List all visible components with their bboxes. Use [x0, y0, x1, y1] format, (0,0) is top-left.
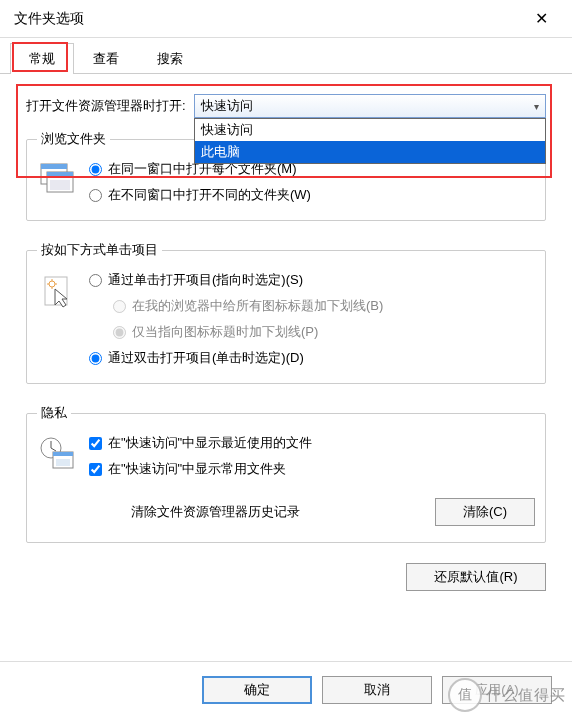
- open-explorer-row: 打开文件资源管理器时打开: 快速访问 ▾ 快速访问 此电脑: [26, 94, 546, 118]
- tab-general[interactable]: 常规: [10, 43, 74, 74]
- checkbox-frequent-folders[interactable]: 在"快速访问"中显示常用文件夹: [89, 460, 535, 478]
- watermark: 值 什么值得买: [448, 678, 566, 712]
- checkbox-recent-files[interactable]: 在"快速访问"中显示最近使用的文件: [89, 434, 535, 452]
- cursor-click-icon: [37, 271, 77, 311]
- dropdown-option-pc[interactable]: 此电脑: [195, 141, 545, 163]
- radio-underline-point-input: [113, 326, 126, 339]
- svg-rect-1: [41, 164, 67, 169]
- svg-rect-15: [53, 452, 73, 456]
- radio-single-click[interactable]: 通过单击打开项目(指向时选定)(S): [89, 271, 383, 289]
- tab-search[interactable]: 搜索: [138, 43, 202, 74]
- open-explorer-dropdown: 快速访问 此电脑: [194, 118, 546, 164]
- svg-rect-3: [47, 172, 73, 177]
- clear-history-row: 清除文件资源管理器历史记录 清除(C): [131, 498, 535, 526]
- clear-history-label: 清除文件资源管理器历史记录: [131, 503, 300, 521]
- clock-history-icon: [37, 434, 77, 474]
- privacy-legend: 隐私: [37, 404, 71, 422]
- svg-rect-4: [50, 180, 70, 190]
- clear-button[interactable]: 清除(C): [435, 498, 535, 526]
- content-area: 打开文件资源管理器时打开: 快速访问 ▾ 快速访问 此电脑 浏览文件夹 在同一窗…: [0, 74, 572, 611]
- radio-diff-window[interactable]: 在不同窗口中打开不同的文件夹(W): [89, 186, 311, 204]
- chevron-down-icon: ▾: [534, 101, 539, 112]
- checkbox-recent-files-input[interactable]: [89, 437, 102, 450]
- radio-double-click[interactable]: 通过双击打开项目(单击时选定)(D): [89, 349, 383, 367]
- watermark-text: 什么值得买: [486, 686, 566, 705]
- open-explorer-combo[interactable]: 快速访问 ▾: [194, 94, 546, 118]
- tab-view[interactable]: 查看: [74, 43, 138, 74]
- restore-defaults-button[interactable]: 还原默认值(R): [406, 563, 546, 591]
- window-stack-icon: [37, 160, 77, 200]
- radio-same-window-input[interactable]: [89, 163, 102, 176]
- watermark-icon: 值: [448, 678, 482, 712]
- titlebar: 文件夹选项 ✕: [0, 0, 572, 38]
- radio-underline-all: 在我的浏览器中给所有图标标题加下划线(B): [113, 297, 383, 315]
- restore-row: 还原默认值(R): [26, 563, 546, 591]
- browse-legend: 浏览文件夹: [37, 130, 110, 148]
- svg-rect-16: [56, 459, 70, 466]
- tab-bar: 常规 查看 搜索: [0, 42, 572, 74]
- radio-diff-window-input[interactable]: [89, 189, 102, 202]
- radio-underline-all-input: [113, 300, 126, 313]
- privacy-fieldset: 隐私 在"快速访问"中显示最近使用的文件 在"快速访问"中显示常用文件夹 清除文…: [26, 404, 546, 543]
- radio-single-click-input[interactable]: [89, 274, 102, 287]
- checkbox-frequent-folders-input[interactable]: [89, 463, 102, 476]
- ok-button[interactable]: 确定: [202, 676, 312, 704]
- open-explorer-combo-wrap: 快速访问 ▾ 快速访问 此电脑: [194, 94, 546, 118]
- window-title: 文件夹选项: [14, 10, 84, 28]
- click-fieldset: 按如下方式单击项目 通过单击打开项目(指向时选定)(S) 在我的浏览器中给所有图…: [26, 241, 546, 384]
- radio-double-click-input[interactable]: [89, 352, 102, 365]
- cancel-button[interactable]: 取消: [322, 676, 432, 704]
- dropdown-option-quick[interactable]: 快速访问: [195, 119, 545, 141]
- radio-underline-point: 仅当指向图标标题时加下划线(P): [113, 323, 383, 341]
- open-explorer-label: 打开文件资源管理器时打开:: [26, 97, 186, 115]
- close-icon[interactable]: ✕: [525, 5, 558, 32]
- combo-selected: 快速访问: [201, 97, 253, 115]
- click-legend: 按如下方式单击项目: [37, 241, 162, 259]
